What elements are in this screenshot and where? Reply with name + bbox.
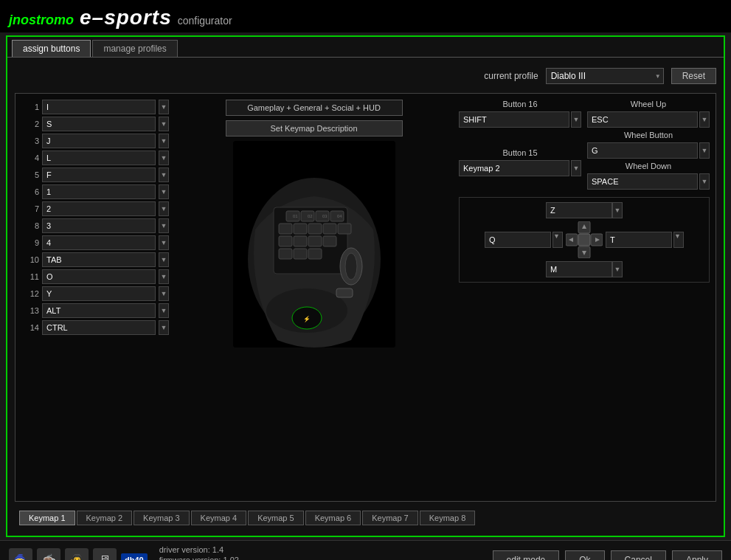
dpad-right-row: ▼ xyxy=(606,232,684,248)
button-input[interactable] xyxy=(42,269,156,284)
svg-rect-13 xyxy=(294,236,307,246)
brand-configurator: configurator xyxy=(178,15,232,27)
button-input[interactable] xyxy=(42,286,156,301)
button-number: 12 xyxy=(21,289,39,298)
button-dropdown-arrow[interactable]: ▼ xyxy=(159,269,169,284)
button-dropdown-arrow[interactable]: ▼ xyxy=(159,201,169,216)
svg-rect-12 xyxy=(279,236,292,246)
button-dropdown-arrow[interactable]: ▼ xyxy=(159,117,169,131)
svg-point-20 xyxy=(345,253,357,280)
button-dropdown-arrow[interactable]: ▼ xyxy=(159,218,169,233)
dpad-right-input[interactable] xyxy=(606,232,672,248)
wheel-button-arrow[interactable]: ▼ xyxy=(699,142,710,159)
keymap-tabs: Keymap 1Keymap 2Keymap 3Keymap 4Keymap 5… xyxy=(15,508,716,528)
profile-bar: current profile Diablo III Reset xyxy=(15,65,716,87)
button-input[interactable] xyxy=(42,303,156,318)
wheel-group: Wheel Up ▼ Wheel Button ▼ Wheel Down xyxy=(587,100,710,190)
dpad-top-input[interactable] xyxy=(546,202,612,218)
dpad-top: ▼ xyxy=(546,202,623,218)
cancel-button[interactable]: Cancel xyxy=(611,550,666,560)
button-dropdown-arrow[interactable]: ▼ xyxy=(159,167,169,182)
wheel-down-input[interactable] xyxy=(587,173,698,190)
button-row: 1 ▼ xyxy=(21,100,169,114)
button-input[interactable] xyxy=(42,134,156,148)
dpad-left-arrow[interactable]: ▼ xyxy=(552,232,563,248)
dpad-top-arrow[interactable]: ▼ xyxy=(612,202,623,218)
button-number: 6 xyxy=(21,187,39,196)
button-row: 9 ▼ xyxy=(21,235,169,250)
tab-manage-profiles[interactable]: manage profiles xyxy=(92,40,177,57)
wheel-down-label: Wheel Down xyxy=(587,162,710,170)
keymap-tab[interactable]: Keymap 1 xyxy=(19,511,75,525)
dpad-left-row: ▼ xyxy=(485,232,563,248)
keymap-description-button[interactable]: Gameplay + General + Social + HUD xyxy=(226,100,403,116)
edit-mode-button[interactable]: edit mode xyxy=(493,550,560,560)
reset-button[interactable]: Reset xyxy=(671,68,716,84)
button-dropdown-arrow[interactable]: ▼ xyxy=(159,184,169,199)
button-input[interactable] xyxy=(42,235,156,250)
ok-button[interactable]: Ok xyxy=(565,550,604,560)
button15-input[interactable] xyxy=(459,160,569,176)
keymap-tab[interactable]: Keymap 2 xyxy=(77,511,133,525)
button16-arrow[interactable]: ▼ xyxy=(571,111,581,128)
profile-select[interactable]: Diablo III xyxy=(546,68,664,84)
svg-rect-7 xyxy=(279,224,292,234)
button-dropdown-arrow[interactable]: ▼ xyxy=(159,151,169,165)
wheel-down-arrow[interactable]: ▼ xyxy=(699,173,710,190)
button-input[interactable] xyxy=(42,117,156,131)
tab-assign-buttons[interactable]: assign buttons xyxy=(12,40,91,57)
button-dropdown-arrow[interactable]: ▼ xyxy=(159,235,169,250)
button15-arrow[interactable]: ▼ xyxy=(571,160,581,176)
dpad-middle: ▼ xyxy=(485,221,684,258)
button-number: 2 xyxy=(21,120,39,128)
footer-info: driver version: 1.4 firmware version: 1.… xyxy=(159,545,239,560)
button16-input-row: ▼ xyxy=(459,111,581,128)
button-dropdown-arrow[interactable]: ▼ xyxy=(159,303,169,318)
keymap-tab[interactable]: Keymap 4 xyxy=(191,511,247,525)
keymap-tab[interactable]: Keymap 7 xyxy=(362,511,418,525)
button-dropdown-arrow[interactable]: ▼ xyxy=(159,100,169,114)
wheel-button-input[interactable] xyxy=(587,142,698,159)
keymap-tab[interactable]: Keymap 6 xyxy=(305,511,361,525)
button-dropdown-arrow[interactable]: ▼ xyxy=(159,320,169,335)
wheel-up-arrow[interactable]: ▼ xyxy=(699,111,710,128)
svg-rect-9 xyxy=(308,224,322,234)
profile-select-wrapper[interactable]: Diablo III xyxy=(546,68,664,84)
keymap-tab[interactable]: Keymap 5 xyxy=(248,511,304,525)
button-dropdown-arrow[interactable]: ▼ xyxy=(159,286,169,301)
button-input[interactable] xyxy=(42,218,156,233)
button-input[interactable] xyxy=(42,167,156,182)
footer: 🧙 ☕ 🥷 🖥 db40 driver version: 1.4 firmwar… xyxy=(0,540,731,560)
device-image: ⚡ 01 02 03 04 xyxy=(233,141,395,348)
button-number: 4 xyxy=(21,153,39,162)
wheel-down-row: ▼ xyxy=(587,173,710,190)
footer-buttons: edit mode Ok Cancel Apply xyxy=(493,550,722,560)
button16-input[interactable] xyxy=(459,111,569,128)
wheel-up-row: ▼ xyxy=(587,111,710,128)
set-keymap-button[interactable]: Set Keymap Description xyxy=(226,120,403,136)
button-input[interactable] xyxy=(42,252,156,267)
button-input[interactable] xyxy=(42,151,156,165)
button-input[interactable] xyxy=(42,100,156,114)
button-number: 10 xyxy=(21,255,39,264)
svg-text:⚡: ⚡ xyxy=(303,315,311,322)
dpad-bottom-input[interactable] xyxy=(546,261,612,277)
dpad-section: ▼ ▼ xyxy=(459,197,710,283)
firmware-version: firmware version: 1.02 xyxy=(159,556,239,560)
driver-version: driver version: 1.4 xyxy=(159,545,239,554)
svg-rect-17 xyxy=(294,249,307,259)
apply-button[interactable]: Apply xyxy=(672,550,722,560)
svg-rect-8 xyxy=(294,224,307,234)
button-dropdown-arrow[interactable]: ▼ xyxy=(159,134,169,148)
keymap-tab[interactable]: Keymap 8 xyxy=(420,511,476,525)
button-input[interactable] xyxy=(42,184,156,199)
dpad-right-arrow[interactable]: ▼ xyxy=(673,232,684,248)
keymap-tab[interactable]: Keymap 3 xyxy=(134,511,190,525)
button-input[interactable] xyxy=(42,201,156,216)
wheel-up-input[interactable] xyxy=(587,111,698,128)
button-dropdown-arrow[interactable]: ▼ xyxy=(159,252,169,267)
button-input[interactable] xyxy=(42,320,156,335)
dpad-left-input[interactable] xyxy=(485,232,551,248)
button-row: 12 ▼ xyxy=(21,286,169,301)
dpad-bottom-arrow[interactable]: ▼ xyxy=(612,261,623,277)
